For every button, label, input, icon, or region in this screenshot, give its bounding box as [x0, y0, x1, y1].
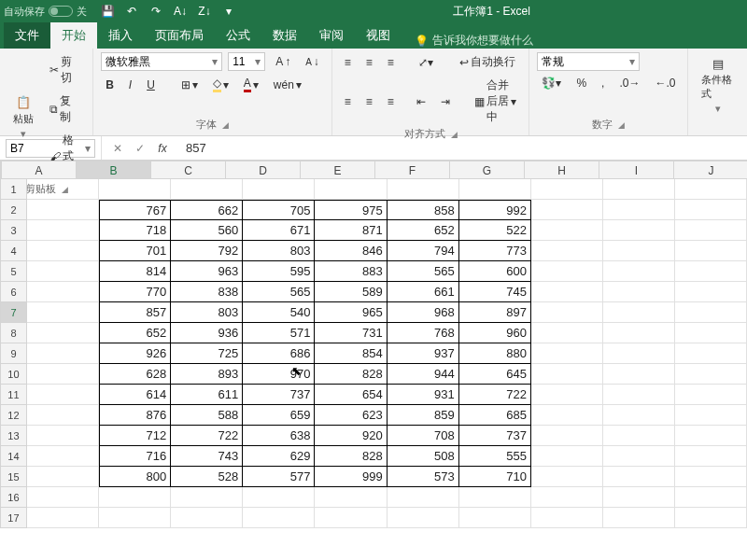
cell[interactable] [315, 179, 387, 200]
cell[interactable]: 659 [243, 405, 315, 426]
cell[interactable] [531, 446, 603, 467]
cell[interactable]: 725 [171, 343, 243, 364]
cell[interactable]: 737 [243, 385, 315, 405]
cell[interactable] [603, 405, 675, 426]
cell[interactable] [99, 487, 171, 508]
wrap-text-button[interactable]: ↩自动换行 [455, 52, 520, 72]
column-header[interactable]: D [226, 161, 301, 179]
cell[interactable]: 800 [99, 467, 171, 487]
number-format-combo[interactable]: 常规▾ [537, 52, 640, 71]
column-header[interactable]: E [301, 161, 375, 179]
cell[interactable]: 920 [315, 426, 387, 446]
cell[interactable] [171, 487, 243, 508]
row-header[interactable]: 9 [0, 343, 27, 364]
cell[interactable]: 975 [315, 200, 387, 220]
row-header[interactable]: 6 [0, 282, 27, 302]
cell[interactable]: 710 [459, 467, 531, 487]
increase-indent-button[interactable]: ⇥ [436, 93, 455, 110]
cell[interactable] [27, 426, 99, 446]
cell[interactable]: 571 [243, 323, 315, 343]
cell[interactable] [603, 241, 675, 261]
cell[interactable]: 654 [315, 385, 387, 405]
cell[interactable] [27, 323, 99, 343]
cell[interactable]: 705 [243, 200, 315, 220]
row-header[interactable]: 8 [0, 323, 27, 343]
cell[interactable]: 611 [171, 385, 243, 405]
row-header[interactable]: 11 [0, 385, 27, 405]
autosave-toggle[interactable]: 自动保存 关 [4, 5, 87, 19]
cell[interactable] [27, 508, 99, 528]
cell[interactable] [315, 508, 387, 528]
align-left-button[interactable]: ≡ [340, 93, 356, 110]
cell[interactable]: 931 [388, 385, 459, 405]
cell[interactable] [315, 487, 387, 508]
cell[interactable]: 589 [315, 282, 387, 302]
cell[interactable] [531, 179, 603, 200]
cell[interactable]: 565 [388, 261, 459, 282]
cell[interactable]: 857 [99, 302, 171, 323]
cell[interactable]: 629 [243, 446, 315, 467]
cell[interactable]: 722 [171, 426, 243, 446]
cell[interactable]: 803 [243, 241, 315, 261]
cell[interactable] [27, 200, 99, 220]
decrease-font-button[interactable]: A↓ [301, 53, 324, 70]
cell[interactable] [603, 446, 675, 467]
cell[interactable] [531, 508, 603, 528]
cell[interactable]: 859 [388, 405, 459, 426]
cell[interactable]: 846 [315, 241, 387, 261]
underline-button[interactable]: U [142, 77, 160, 93]
cell[interactable] [27, 385, 99, 405]
row-header[interactable]: 3 [0, 220, 27, 241]
cell[interactable]: 767 [99, 200, 171, 220]
cell[interactable] [531, 385, 603, 405]
decrease-indent-button[interactable]: ⇤ [412, 93, 430, 110]
cell[interactable] [99, 508, 171, 528]
cell[interactable]: 944 [388, 364, 459, 385]
cut-button[interactable]: ✂剪切 [45, 52, 85, 88]
cell[interactable] [531, 302, 603, 323]
borders-button[interactable]: ⊞▾ [176, 77, 203, 93]
cell[interactable] [531, 364, 603, 385]
cell[interactable]: 794 [388, 241, 459, 261]
cell[interactable] [603, 323, 675, 343]
column-header[interactable]: I [599, 161, 674, 179]
cell[interactable]: 588 [171, 405, 243, 426]
cell[interactable]: 686 [243, 343, 315, 364]
accounting-format-button[interactable]: 💱▾ [537, 75, 566, 91]
cell[interactable]: 883 [315, 261, 387, 282]
cell[interactable]: 522 [459, 220, 531, 241]
cell[interactable] [27, 261, 99, 282]
cell[interactable] [531, 323, 603, 343]
cell[interactable] [27, 487, 99, 508]
decrease-decimal-button[interactable]: ←.0 [650, 75, 680, 91]
cell[interactable] [675, 446, 747, 467]
number-launcher-icon[interactable]: ◢ [618, 120, 625, 130]
cell[interactable]: 871 [315, 220, 387, 241]
orientation-button[interactable]: ⤢▾ [414, 54, 438, 71]
cell[interactable]: 876 [99, 405, 171, 426]
cell[interactable] [531, 241, 603, 261]
cell[interactable] [531, 200, 603, 220]
cell[interactable] [459, 508, 531, 528]
cell[interactable]: 770 [99, 282, 171, 302]
italic-button[interactable]: I [124, 77, 136, 93]
cell[interactable] [459, 487, 531, 508]
cell[interactable]: 768 [388, 323, 459, 343]
cell[interactable] [27, 364, 99, 385]
increase-font-button[interactable]: A↑ [271, 53, 295, 70]
tab-home[interactable]: 开始 [50, 22, 97, 49]
cell[interactable]: 937 [388, 343, 459, 364]
cell[interactable] [27, 446, 99, 467]
cell[interactable] [27, 302, 99, 323]
cell[interactable] [675, 343, 747, 364]
cell[interactable]: 803 [171, 302, 243, 323]
paste-button[interactable]: 📋 粘贴 ▾ [7, 91, 39, 144]
cell[interactable] [603, 261, 675, 282]
cell[interactable] [603, 302, 675, 323]
align-middle-button[interactable]: ≡ [361, 54, 377, 71]
cell[interactable]: 565 [243, 282, 315, 302]
cell[interactable]: 662 [171, 200, 243, 220]
tab-insert[interactable]: 插入 [97, 22, 144, 49]
cell[interactable]: 858 [388, 200, 459, 220]
cell[interactable]: 661 [388, 282, 459, 302]
